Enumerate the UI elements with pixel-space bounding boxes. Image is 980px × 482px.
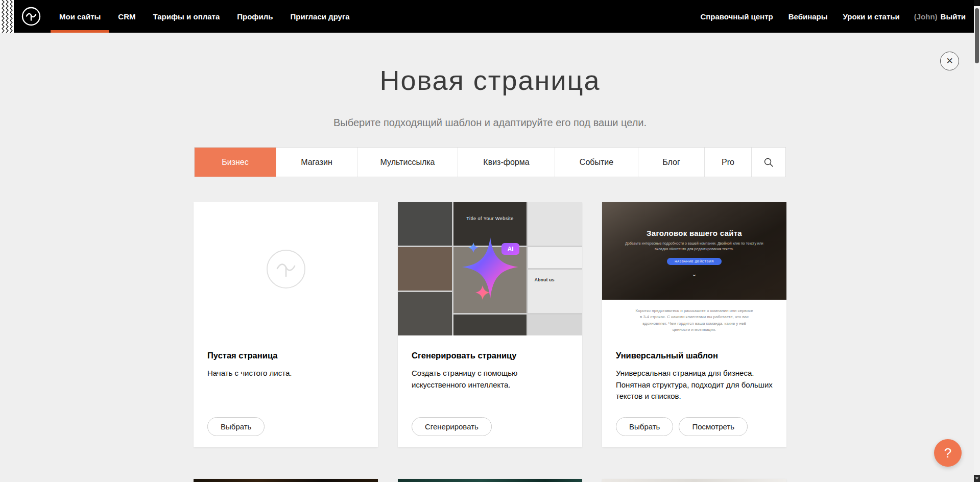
- primary-nav: Мои сайты CRM Тарифы и оплата Профиль Пр…: [51, 0, 358, 33]
- nav-item-tariffs[interactable]: Тарифы и оплата: [144, 0, 228, 33]
- preview-hero-section: Заголовок вашего сайта Добавьте интересн…: [602, 202, 786, 300]
- template-card-partial[interactable]: [398, 479, 582, 482]
- card-generate-ai: Title of Your Website About us: [398, 202, 582, 447]
- tab-multilink[interactable]: Мультиссылка: [357, 148, 458, 177]
- tilda-watermark-icon: [266, 249, 306, 290]
- card-description: Универсальная страница для бизнеса. Поня…: [616, 368, 773, 402]
- scrollbar-top-cap: [974, 0, 980, 6]
- card-blank-page: Пустая страница Начать с чистого листа. …: [194, 202, 378, 447]
- preview-text-section: Коротко представьтесь и расскажите о ком…: [602, 300, 786, 335]
- choose-button[interactable]: Выбрать: [616, 417, 673, 436]
- mosaic-tile: [453, 247, 527, 313]
- mosaic-tile: [398, 202, 452, 246]
- template-card-partial[interactable]: [194, 479, 378, 482]
- nav-item-my-sites[interactable]: Мои сайты: [51, 0, 109, 33]
- card-description: Начать с чистого листа.: [207, 368, 364, 379]
- card-title: Пустая страница: [207, 351, 364, 360]
- scrollbar-thumb[interactable]: [975, 8, 979, 63]
- mosaic-tile: [398, 247, 452, 291]
- tab-event[interactable]: Событие: [555, 148, 638, 177]
- preview-button[interactable]: Посмотреть: [679, 417, 748, 436]
- chevron-down-icon: ⌄: [602, 272, 786, 276]
- preview-subtext: Добавьте интересные подробности о вашей …: [625, 241, 763, 252]
- page-title: Новая страница: [0, 64, 980, 96]
- mosaic-tile: About us: [528, 270, 582, 313]
- close-icon: ✕: [946, 56, 953, 66]
- preview-heading: Заголовок вашего сайта: [602, 229, 786, 237]
- mosaic-tile: [528, 315, 582, 335]
- template-card-partial[interactable]: [602, 479, 786, 482]
- tab-blog[interactable]: Блог: [638, 148, 704, 177]
- preview-about-label: About us: [535, 277, 555, 282]
- mosaic-tile: [528, 202, 582, 246]
- tab-quiz-form[interactable]: Квиз-форма: [458, 148, 555, 177]
- card-description: Создать страницу с помощью искусственног…: [412, 368, 568, 391]
- preview-body-text: Коротко представьтесь и расскажите о ком…: [635, 308, 753, 333]
- page: Мои сайты CRM Тарифы и оплата Профиль Пр…: [0, 0, 980, 482]
- help-button[interactable]: ?: [934, 439, 962, 467]
- website-mosaic: Title of Your Website About us: [398, 202, 582, 335]
- vertical-scrollbar[interactable]: [974, 0, 980, 482]
- close-button[interactable]: ✕: [940, 52, 959, 70]
- scroll-down-arrow[interactable]: [974, 475, 980, 482]
- tab-pro[interactable]: Pro: [704, 148, 751, 177]
- tab-shop[interactable]: Магазин: [276, 148, 357, 177]
- logout-button[interactable]: Выйти: [941, 12, 966, 21]
- mosaic-tile: [453, 315, 527, 335]
- search-icon: [763, 157, 774, 167]
- tab-search[interactable]: [751, 148, 785, 177]
- main-content: Новая страница Выберите подходящий шабло…: [0, 64, 980, 482]
- card-universal-template: Заголовок вашего сайта Добавьте интересн…: [602, 202, 786, 447]
- nav-item-label: Профиль: [237, 12, 273, 21]
- secondary-nav: Справочный центр Вебинары Уроки и статьи…: [692, 0, 980, 33]
- nav-link-lessons[interactable]: Уроки и статьи: [835, 12, 907, 21]
- user-area: (John) Выйти: [907, 12, 966, 21]
- tilda-logo[interactable]: [21, 6, 41, 27]
- nav-item-profile[interactable]: Профиль: [228, 0, 281, 33]
- tab-business[interactable]: Бизнес: [195, 148, 276, 177]
- user-name[interactable]: (John): [914, 12, 938, 21]
- template-cards-row-2: [0, 479, 980, 482]
- mosaic-tile: [398, 292, 452, 335]
- choose-button[interactable]: Выбрать: [207, 417, 265, 436]
- card-title: Универсальный шаблон: [616, 351, 773, 360]
- nav-item-invite-friend[interactable]: Пригласи друга: [281, 0, 358, 33]
- generate-button[interactable]: Сгенерировать: [412, 417, 492, 436]
- page-subtitle: Выберите подходящий шаблон и адаптируйте…: [0, 116, 980, 129]
- mosaic-tile: Title of Your Website: [453, 202, 527, 246]
- nav-item-label: Пригласи друга: [290, 12, 349, 21]
- nav-item-label: Тарифы и оплата: [153, 12, 220, 21]
- template-cards-row: Пустая страница Начать с чистого листа. …: [0, 202, 980, 447]
- nav-link-help-center[interactable]: Справочный центр: [692, 12, 780, 21]
- card-title: Сгенерировать страницу: [412, 351, 568, 360]
- nav-item-label: Мои сайты: [59, 12, 101, 21]
- blank-page-preview: [194, 202, 378, 335]
- help-icon: ?: [944, 445, 951, 461]
- universal-template-preview[interactable]: Заголовок вашего сайта Добавьте интересн…: [602, 202, 786, 335]
- left-edge-pattern: [0, 0, 14, 33]
- preview-site-title: Title of Your Website: [453, 216, 527, 221]
- ai-generate-preview[interactable]: Title of Your Website About us: [398, 202, 582, 335]
- top-navigation-bar: Мои сайты CRM Тарифы и оплата Профиль Пр…: [0, 0, 980, 33]
- mosaic-tile: [528, 247, 582, 268]
- nav-link-webinars[interactable]: Вебинары: [781, 12, 835, 21]
- nav-item-label: CRM: [118, 12, 135, 21]
- preview-cta-button: Название действия: [667, 258, 722, 265]
- template-category-tabs: Бизнес Магазин Мультиссылка Квиз-форма С…: [194, 147, 786, 177]
- nav-item-crm[interactable]: CRM: [109, 0, 144, 33]
